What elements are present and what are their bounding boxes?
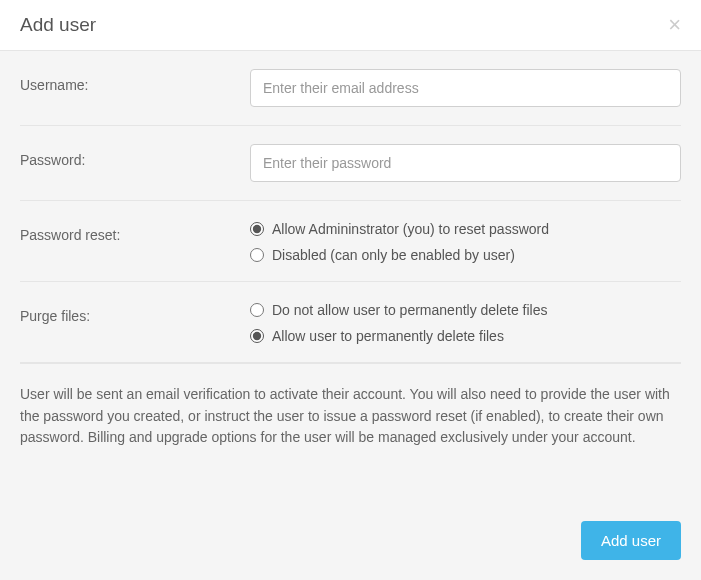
purge-files-allow-label: Allow user to permanently delete files [272,328,504,344]
username-input[interactable] [250,69,681,107]
username-row: Username: [20,51,681,126]
password-reset-disabled-radio[interactable] [250,248,264,262]
password-reset-radio-group: Allow Admininstrator (you) to reset pass… [250,219,681,263]
modal-body: Username: Password: Password reset: Allo… [0,51,701,505]
purge-files-disallow-label: Do not allow user to permanently delete … [272,302,547,318]
password-reset-allow-option[interactable]: Allow Admininstrator (you) to reset pass… [250,221,681,237]
password-reset-allow-radio[interactable] [250,222,264,236]
purge-files-disallow-option[interactable]: Do not allow user to permanently delete … [250,302,681,318]
purge-files-label: Purge files: [20,300,250,324]
close-icon[interactable]: × [668,14,681,36]
password-reset-disabled-option[interactable]: Disabled (can only be enabled by user) [250,247,681,263]
add-user-button[interactable]: Add user [581,521,681,560]
password-reset-disabled-label: Disabled (can only be enabled by user) [272,247,515,263]
password-control [250,144,681,182]
username-label: Username: [20,69,250,93]
purge-files-control: Do not allow user to permanently delete … [250,300,681,344]
modal-title: Add user [20,14,96,36]
info-text: User will be sent an email verification … [20,363,681,457]
password-input[interactable] [250,144,681,182]
modal-footer: Add user [0,505,701,580]
purge-files-allow-option[interactable]: Allow user to permanently delete files [250,328,681,344]
modal-header: Add user × [0,0,701,51]
purge-files-disallow-radio[interactable] [250,303,264,317]
password-label: Password: [20,144,250,168]
password-reset-row: Password reset: Allow Admininstrator (yo… [20,201,681,282]
purge-files-row: Purge files: Do not allow user to perman… [20,282,681,363]
password-reset-allow-label: Allow Admininstrator (you) to reset pass… [272,221,549,237]
username-control [250,69,681,107]
add-user-modal: Add user × Username: Password: Password … [0,0,701,580]
purge-files-radio-group: Do not allow user to permanently delete … [250,300,681,344]
purge-files-allow-radio[interactable] [250,329,264,343]
password-reset-label: Password reset: [20,219,250,243]
password-reset-control: Allow Admininstrator (you) to reset pass… [250,219,681,263]
password-row: Password: [20,126,681,201]
